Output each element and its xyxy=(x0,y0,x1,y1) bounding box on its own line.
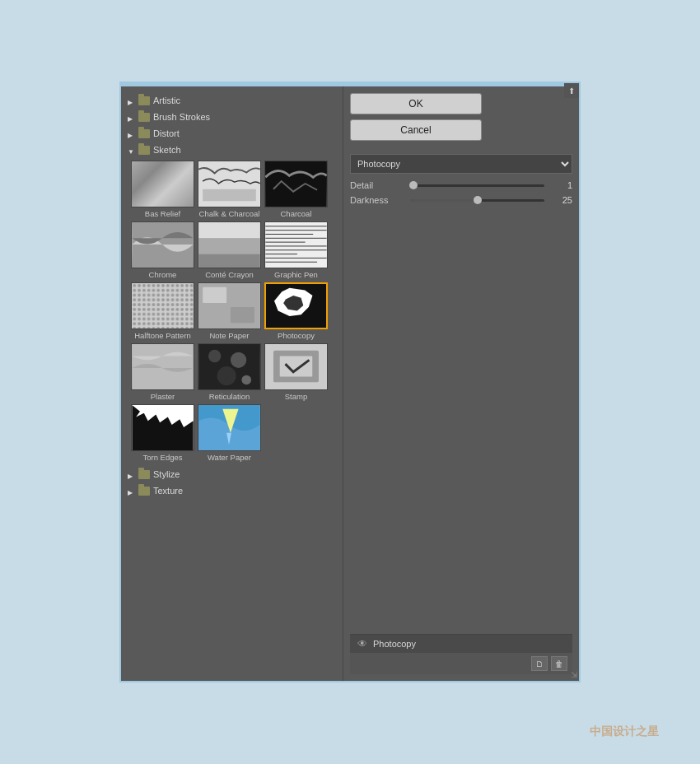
group-label-artistic: Artistic xyxy=(153,96,180,105)
cancel-button[interactable]: Cancel xyxy=(350,119,482,141)
arrow-icon-sketch xyxy=(128,146,136,154)
filter-item-charcoal[interactable]: Charcoal xyxy=(264,161,328,218)
thumb-chalk-charcoal xyxy=(198,161,261,207)
filter-name-note-paper: Note Paper xyxy=(198,331,261,340)
filter-item-water-paper[interactable]: Water Paper xyxy=(198,404,261,462)
sketch-filter-grid: Bas Relief Chalk & Charcoal xyxy=(124,157,339,465)
svg-rect-34 xyxy=(280,356,313,376)
folder-icon-sketch xyxy=(138,146,150,155)
svg-point-30 xyxy=(217,366,236,385)
group-header-stylize[interactable]: Stylize xyxy=(124,467,339,482)
folder-icon-stylize xyxy=(138,470,150,479)
svg-rect-21 xyxy=(132,283,193,328)
filter-name-stamp: Stamp xyxy=(264,392,328,401)
detail-slider-thumb[interactable] xyxy=(409,181,418,189)
group-header-artistic[interactable]: Artistic xyxy=(124,93,339,108)
filter-name-torn-edges: Torn Edges xyxy=(131,453,194,462)
group-header-sketch[interactable]: Sketch xyxy=(124,142,339,157)
arrow-icon-texture xyxy=(128,487,136,495)
group-label-stylize: Stylize xyxy=(153,469,180,479)
thumb-reticulation xyxy=(198,343,261,390)
filter-item-note-paper[interactable]: Note Paper xyxy=(198,282,261,340)
new-layer-button[interactable]: 🗋 xyxy=(531,656,548,671)
group-label-distort: Distort xyxy=(153,128,180,138)
thumb-charcoal xyxy=(264,161,328,207)
filter-item-plaster[interactable]: Plaster xyxy=(131,343,194,401)
svg-rect-6 xyxy=(198,238,259,254)
thumb-chrome xyxy=(131,221,194,268)
darkness-slider-thumb[interactable] xyxy=(474,196,482,204)
filter-name-bas-relief: Bas Relief xyxy=(131,209,194,218)
layer-panel: 👁 Photocopy 🗋 🗑 xyxy=(350,634,572,674)
filter-item-chalk-charcoal[interactable]: Chalk & Charcoal xyxy=(198,161,261,218)
eye-icon[interactable]: 👁 xyxy=(357,638,368,650)
arrow-icon-brush-strokes xyxy=(128,113,136,121)
filter-item-bas-relief[interactable]: Bas Relief xyxy=(131,161,194,218)
folder-icon-artistic xyxy=(138,96,150,105)
darkness-slider-track[interactable] xyxy=(411,199,544,202)
group-stylize: Stylize xyxy=(124,467,339,482)
filter-list-panel: Artistic Brush Strokes Distort xyxy=(121,86,343,681)
right-panel: ⬆ OK Cancel Photocopy Bas Relief Chalk &… xyxy=(343,86,579,681)
thumb-stamp xyxy=(264,343,328,390)
thumb-plaster xyxy=(131,343,194,390)
thumb-note-paper xyxy=(198,282,261,329)
darkness-label: Darkness xyxy=(350,195,408,205)
filter-name-charcoal: Charcoal xyxy=(264,209,328,218)
collapse-button[interactable]: ⬆ xyxy=(564,86,579,98)
filter-name-photocopy: Photocopy xyxy=(264,331,328,340)
svg-point-29 xyxy=(231,352,246,368)
group-label-texture: Texture xyxy=(153,486,183,496)
filter-item-torn-edges[interactable]: Torn Edges xyxy=(131,404,194,462)
group-label-sketch: Sketch xyxy=(153,145,181,155)
filter-name-water-paper: Water Paper xyxy=(198,453,261,462)
filter-name-chalk-charcoal: Chalk & Charcoal xyxy=(198,209,261,218)
folder-icon-brush-strokes xyxy=(138,113,150,122)
folder-icon-texture xyxy=(138,487,150,496)
darkness-value: 25 xyxy=(548,195,572,205)
thumb-graphic-pen xyxy=(264,221,328,268)
filter-item-halftone-pattern[interactable]: Halftone Pattern xyxy=(131,282,194,340)
svg-rect-2 xyxy=(265,161,326,207)
filter-name-halftone-pattern: Halftone Pattern xyxy=(131,331,194,340)
filter-name-conte-crayon: Conté Crayon xyxy=(198,270,261,279)
thumb-torn-edges xyxy=(131,404,194,451)
group-label-brush-strokes: Brush Strokes xyxy=(153,112,210,122)
thumb-bas-relief xyxy=(131,161,194,207)
detail-param-row: Detail 1 xyxy=(350,180,572,190)
filter-item-photocopy[interactable]: Photocopy xyxy=(264,282,328,340)
filter-item-stamp[interactable]: Stamp xyxy=(264,343,328,401)
svg-point-28 xyxy=(208,350,221,362)
group-header-texture[interactable]: Texture xyxy=(124,483,339,498)
thumb-photocopy xyxy=(264,282,328,329)
delete-layer-button[interactable]: 🗑 xyxy=(551,656,567,671)
filter-item-reticulation[interactable]: Reticulation xyxy=(198,343,261,401)
filter-gallery-dialog: Artistic Brush Strokes Distort xyxy=(119,82,581,682)
arrow-icon-artistic xyxy=(128,96,136,105)
ok-button[interactable]: OK xyxy=(350,93,482,114)
layer-item-photocopy[interactable]: 👁 Photocopy xyxy=(350,635,572,653)
darkness-param-row: Darkness 25 xyxy=(350,195,572,205)
group-header-distort[interactable]: Distort xyxy=(124,126,339,141)
filter-item-conte-crayon[interactable]: Conté Crayon xyxy=(198,221,261,279)
filter-dropdown[interactable]: Photocopy Bas Relief Chalk & Charcoal Ch… xyxy=(350,154,572,174)
filter-name-plaster: Plaster xyxy=(131,392,194,401)
filter-item-graphic-pen[interactable]: Graphic Pen xyxy=(264,221,328,279)
detail-label: Detail xyxy=(350,180,408,190)
group-texture: Texture xyxy=(124,483,339,498)
svg-rect-8 xyxy=(265,222,326,268)
svg-rect-7 xyxy=(198,254,259,268)
detail-value: 1 xyxy=(548,180,572,190)
group-header-brush-strokes[interactable]: Brush Strokes xyxy=(124,109,339,124)
svg-rect-1 xyxy=(203,189,256,201)
svg-point-31 xyxy=(241,375,251,385)
detail-slider-track[interactable] xyxy=(411,184,544,187)
thumb-halftone-pattern xyxy=(131,282,194,329)
filter-item-chrome[interactable]: Chrome xyxy=(131,221,194,279)
group-distort: Distort xyxy=(124,126,339,141)
resize-handle[interactable]: ⇲ xyxy=(571,670,577,679)
layer-label: Photocopy xyxy=(373,639,416,649)
arrow-icon-stylize xyxy=(128,470,136,478)
filter-name-reticulation: Reticulation xyxy=(198,392,261,401)
folder-icon-distort xyxy=(138,129,150,138)
